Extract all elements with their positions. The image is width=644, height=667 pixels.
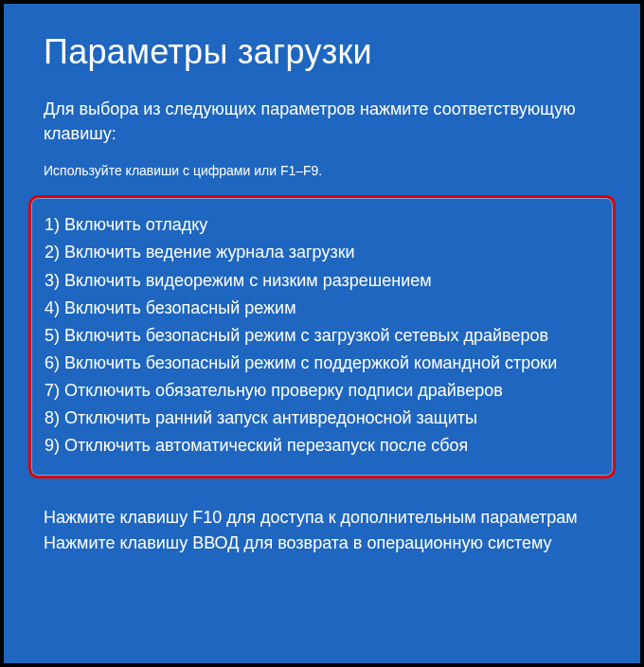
option-number: 7 — [45, 381, 54, 400]
option-number: 8 — [45, 408, 54, 427]
option-number: 5 — [45, 326, 54, 345]
option-label: Включить безопасный режим с поддержкой к… — [64, 353, 557, 372]
option-label: Включить видеорежим с низким разрешением — [64, 271, 432, 290]
options-highlight-box: 1) Включить отладку 2) Включить ведение … — [28, 195, 616, 478]
option-enable-safe-mode-command[interactable]: 6) Включить безопасный режим с поддержко… — [45, 350, 599, 377]
option-enable-safe-mode-networking[interactable]: 5) Включить безопасный режим с загрузкой… — [45, 322, 599, 350]
option-label: Включить ведение журнала загрузки — [64, 243, 355, 261]
option-label: Включить отладку — [64, 215, 207, 234]
option-label: Отключить ранний запуск антивредоносной … — [64, 408, 477, 427]
option-disable-driver-signature[interactable]: 7) Отключить обязательную проверку подпи… — [45, 377, 599, 405]
hint-text: Используйте клавиши с цифрами или F1–F9. — [44, 163, 600, 178]
option-disable-auto-restart[interactable]: 9) Отключить автоматический перезапуск п… — [45, 432, 599, 460]
page-title: Параметры загрузки — [44, 32, 600, 72]
option-enable-low-res-video[interactable]: 3) Включить видеорежим с низким разрешен… — [45, 267, 599, 295]
option-number: 2 — [45, 243, 54, 261]
option-number: 4 — [45, 298, 54, 317]
option-label: Включить безопасный режим с загрузкой се… — [64, 326, 548, 345]
option-enable-debugging[interactable]: 1) Включить отладку — [45, 211, 599, 239]
option-number: 1 — [45, 215, 54, 234]
footer-enter-hint: Нажмите клавишу ВВОД для возврата в опер… — [44, 531, 600, 556]
option-label: Отключить обязательную проверку подписи … — [64, 381, 503, 400]
option-label: Включить безопасный режим — [64, 298, 296, 317]
option-disable-early-antimalware[interactable]: 8) Отключить ранний запуск антивредоносн… — [45, 405, 599, 432]
instruction-text: Для выбора из следующих параметров нажми… — [44, 97, 600, 146]
option-enable-safe-mode[interactable]: 4) Включить безопасный режим — [45, 295, 599, 322]
startup-settings-screen: Параметры загрузки Для выбора из следующ… — [4, 4, 640, 663]
footer-f10-hint: Нажмите клавишу F10 для доступа к дополн… — [44, 505, 600, 531]
option-label: Отключить автоматический перезапуск посл… — [64, 436, 468, 455]
option-number: 3 — [45, 271, 54, 290]
option-number: 6 — [45, 353, 54, 372]
option-enable-boot-logging[interactable]: 2) Включить ведение журнала загрузки — [45, 239, 599, 266]
option-number: 9 — [45, 436, 54, 455]
